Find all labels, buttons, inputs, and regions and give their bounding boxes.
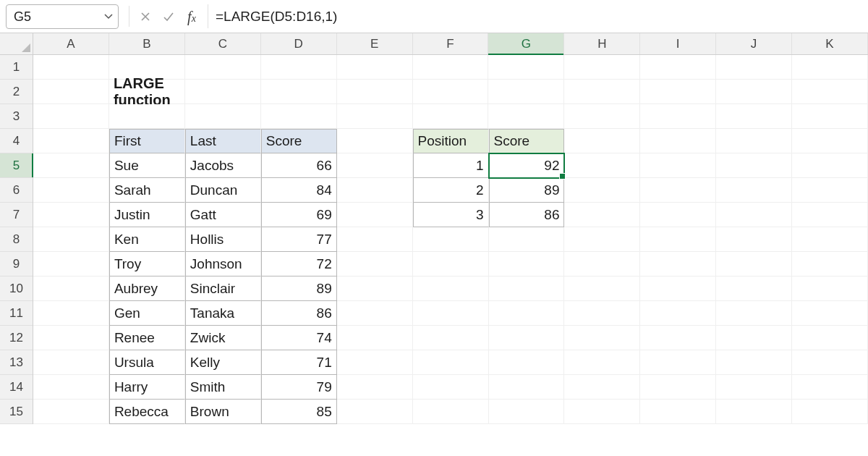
cell-K13[interactable] — [792, 350, 868, 375]
row-header-14[interactable]: 14 — [0, 375, 33, 400]
fx-icon[interactable]: fx — [180, 4, 203, 29]
cell-I7[interactable] — [640, 203, 716, 227]
cell-E3[interactable] — [337, 104, 413, 129]
cell-H13[interactable] — [564, 350, 640, 375]
cell-I10[interactable] — [640, 276, 716, 301]
cell-E1[interactable] — [337, 55, 413, 80]
cell-E2[interactable] — [337, 80, 413, 104]
cell-G1[interactable] — [488, 55, 564, 80]
cell-B11[interactable]: Gen — [109, 301, 185, 326]
row-header-11[interactable]: 11 — [0, 301, 33, 326]
cell-G3[interactable] — [488, 104, 564, 129]
column-header-D[interactable]: D — [261, 33, 337, 54]
cell-G12[interactable] — [489, 326, 565, 350]
cell-G7[interactable]: 86 — [489, 203, 565, 227]
cell-D13[interactable]: 71 — [261, 350, 337, 375]
cell-G15[interactable] — [489, 400, 565, 424]
cell-K4[interactable] — [792, 129, 868, 153]
column-header-K[interactable]: K — [792, 33, 868, 54]
cell-F7[interactable]: 3 — [413, 203, 489, 227]
cell-H6[interactable] — [564, 178, 640, 203]
cell-C6[interactable]: Duncan — [185, 178, 261, 203]
cell-I6[interactable] — [640, 178, 716, 203]
cell-F9[interactable] — [413, 252, 489, 276]
cell-F13[interactable] — [413, 350, 489, 375]
chevron-down-icon[interactable] — [98, 5, 118, 28]
cell-C7[interactable]: Gatt — [185, 203, 261, 227]
cell-E12[interactable] — [337, 326, 413, 350]
cell-E8[interactable] — [337, 227, 413, 252]
cell-D12[interactable]: 74 — [261, 326, 337, 350]
cell-H11[interactable] — [564, 301, 640, 326]
cell-E6[interactable] — [337, 178, 413, 203]
cell-I4[interactable] — [640, 129, 716, 153]
row-header-2[interactable]: 2 — [0, 80, 33, 104]
cell-C3[interactable] — [185, 104, 261, 129]
cell-B3[interactable] — [109, 104, 185, 129]
column-header-F[interactable]: F — [413, 33, 489, 54]
cell-E10[interactable] — [337, 276, 413, 301]
cell-A7[interactable] — [33, 203, 109, 227]
cell-C5[interactable]: Jacobs — [185, 153, 261, 178]
cell-I12[interactable] — [640, 326, 716, 350]
cell-E4[interactable] — [337, 129, 413, 153]
cell-D3[interactable] — [261, 104, 337, 129]
cell-E11[interactable] — [337, 301, 413, 326]
cell-J10[interactable] — [716, 276, 792, 301]
formula-input[interactable]: =LARGE(D5:D16,1) — [208, 4, 862, 28]
cell-F12[interactable] — [413, 326, 489, 350]
cell-D7[interactable]: 69 — [261, 203, 337, 227]
cell-E13[interactable] — [337, 350, 413, 375]
column-header-I[interactable]: I — [640, 33, 716, 54]
cell-A6[interactable] — [33, 178, 109, 203]
cell-H14[interactable] — [564, 375, 640, 400]
name-box-value[interactable]: G5 — [7, 5, 98, 28]
name-box[interactable]: G5 — [6, 4, 119, 29]
row-header-9[interactable]: 9 — [0, 252, 33, 276]
cell-A12[interactable] — [33, 326, 109, 350]
cell-C11[interactable]: Tanaka — [185, 301, 261, 326]
cell-B13[interactable]: Ursula — [109, 350, 185, 375]
cell-J3[interactable] — [716, 104, 792, 129]
row-header-7[interactable]: 7 — [0, 203, 33, 227]
cell-J8[interactable] — [716, 227, 792, 252]
row-header-13[interactable]: 13 — [0, 350, 33, 375]
cell-A11[interactable] — [33, 301, 109, 326]
cell-K2[interactable] — [792, 80, 868, 104]
row-header-1[interactable]: 1 — [0, 55, 33, 80]
cell-F1[interactable] — [413, 55, 489, 80]
column-header-E[interactable]: E — [337, 33, 413, 54]
cell-J7[interactable] — [716, 203, 792, 227]
cell-B12[interactable]: Renee — [109, 326, 185, 350]
cell-C12[interactable]: Zwick — [185, 326, 261, 350]
cell-D6[interactable]: 84 — [261, 178, 337, 203]
cell-E7[interactable] — [337, 203, 413, 227]
cell-H10[interactable] — [564, 276, 640, 301]
cell-H1[interactable] — [564, 55, 640, 80]
cell-J15[interactable] — [716, 400, 792, 424]
cell-G4[interactable]: Score — [489, 129, 565, 153]
cells-area[interactable]: LARGE functionFirstLastScorePositionScor… — [33, 55, 868, 456]
cell-B6[interactable]: Sarah — [109, 178, 185, 203]
cell-C9[interactable]: Johnson — [185, 252, 261, 276]
cell-K7[interactable] — [792, 203, 868, 227]
cell-A3[interactable] — [33, 104, 109, 129]
cell-H9[interactable] — [564, 252, 640, 276]
cell-I5[interactable] — [640, 153, 716, 178]
cell-B15[interactable]: Rebecca — [109, 400, 185, 424]
cell-I3[interactable] — [640, 104, 716, 129]
cell-G5[interactable]: 92 — [489, 153, 565, 178]
row-header-5[interactable]: 5 — [0, 153, 33, 178]
cell-D15[interactable]: 85 — [261, 400, 337, 424]
cell-F8[interactable] — [413, 227, 489, 252]
cell-K6[interactable] — [792, 178, 868, 203]
cell-J12[interactable] — [716, 326, 792, 350]
cell-H8[interactable] — [564, 227, 640, 252]
cell-D1[interactable] — [261, 55, 337, 80]
cell-C15[interactable]: Brown — [185, 400, 261, 424]
column-header-B[interactable]: B — [109, 33, 185, 54]
cell-G11[interactable] — [489, 301, 565, 326]
cell-H15[interactable] — [564, 400, 640, 424]
cell-H3[interactable] — [564, 104, 640, 129]
cell-B7[interactable]: Justin — [109, 203, 185, 227]
